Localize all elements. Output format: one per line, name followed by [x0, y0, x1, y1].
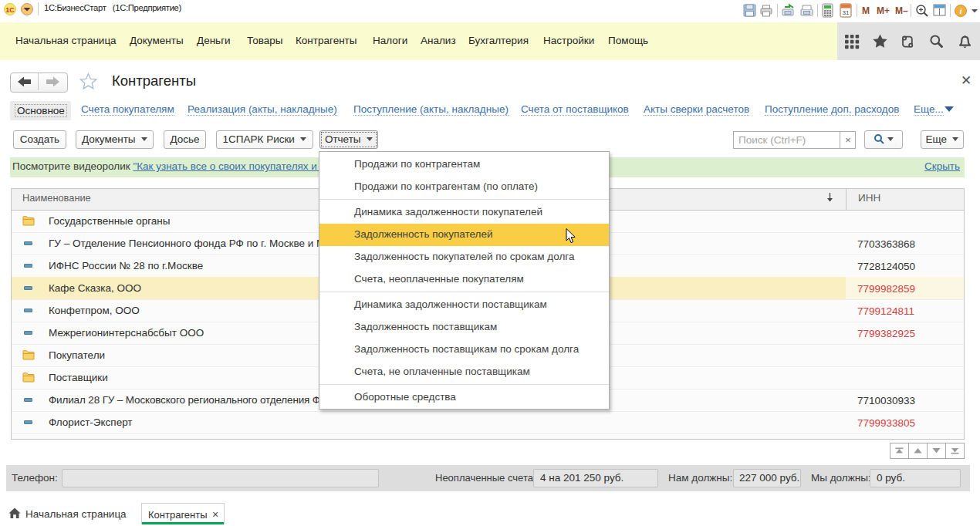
svg-text:М: М	[862, 5, 870, 16]
svg-text:М–: М–	[895, 5, 908, 16]
svg-text:1С: 1С	[5, 6, 15, 14]
svg-text:31: 31	[843, 9, 850, 16]
svg-text:М+: М+	[877, 5, 890, 16]
